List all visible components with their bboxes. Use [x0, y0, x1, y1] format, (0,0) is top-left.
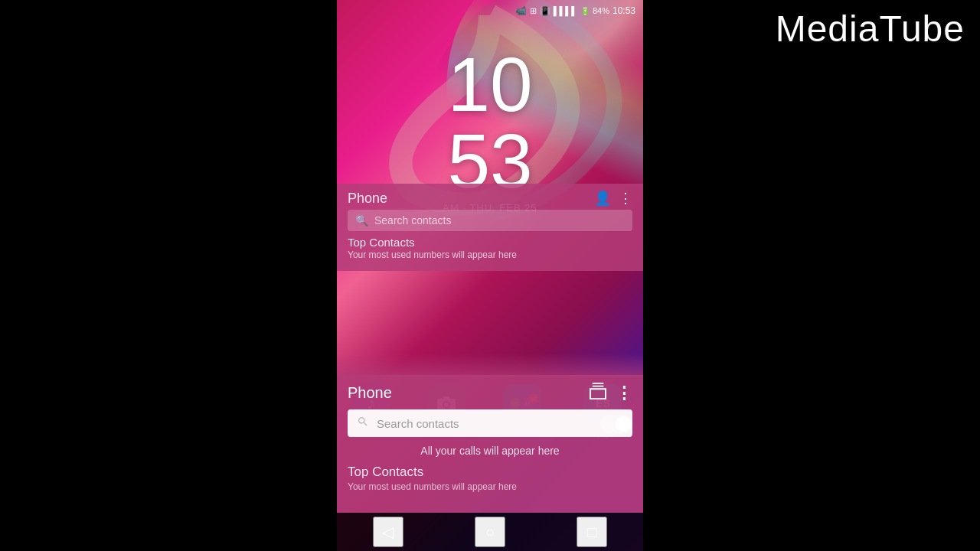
signal-icon: ▌▌▌▌ — [554, 6, 577, 15]
battery-percent: 84% — [593, 6, 609, 15]
upper-search-bar[interactable]: 🔍 Search contacts — [348, 210, 632, 231]
nav-bar: ◁ ○ □ — [337, 513, 643, 551]
main-panel-title: Phone — [348, 384, 392, 402]
clock-hour: 10 — [447, 46, 532, 122]
blur-transition — [337, 354, 643, 377]
main-search-bar[interactable]: Search contacts — [348, 409, 632, 437]
more-menu-icon[interactable]: ⋮ — [616, 383, 632, 403]
upper-top-contacts-hint: Your most used numbers will appear here — [348, 249, 517, 262]
main-phone-panel: Phone ⋮ Search contacts All your calls w… — [337, 375, 643, 513]
status-bar: 📹 ⊞ 📳 ▌▌▌▌ 🔋 84% 10:53 — [337, 0, 643, 21]
upper-panel-title: Phone — [348, 191, 387, 207]
phone-frame: 📹 ⊞ 📳 ▌▌▌▌ 🔋 84% 10:53 10 53 AM · THU, F… — [337, 0, 643, 551]
battery-icon: 🔋 — [580, 7, 590, 15]
search-icon — [357, 416, 369, 431]
upper-top-contacts-title: Top Contacts — [348, 236, 517, 249]
recents-icon: □ — [587, 523, 596, 541]
calls-placeholder: All your calls will appear here — [337, 442, 643, 460]
back-button[interactable]: ◁ — [373, 517, 403, 547]
camera-icon: 📹 — [515, 5, 527, 16]
upper-phone-panel: Phone 👤 ⋮ 🔍 Search contacts Top Contacts… — [337, 184, 643, 271]
upper-search-icon: 🔍 — [355, 214, 368, 227]
home-button[interactable]: ○ — [475, 517, 505, 547]
top-contacts-title: Top Contacts — [348, 465, 632, 480]
upper-search-text: Search contacts — [374, 214, 451, 227]
watermark: MediaTube — [776, 8, 965, 50]
top-contacts-hint: Your most used numbers will appear here — [348, 481, 632, 492]
upper-contacts-icon[interactable]: 👤 — [594, 190, 611, 207]
vibrate-icon: 📳 — [540, 6, 550, 16]
search-bar-text: Search contacts — [377, 417, 459, 430]
contacts-icon[interactable] — [590, 383, 606, 403]
upper-menu-icon[interactable]: ⋮ — [619, 190, 632, 207]
back-icon: ◁ — [382, 523, 394, 541]
time-display: 10:53 — [612, 5, 635, 16]
cast-icon: ⊞ — [530, 6, 537, 16]
home-icon: ○ — [485, 523, 495, 541]
top-contacts-section: Top Contacts Your most used numbers will… — [337, 460, 643, 495]
recents-button[interactable]: □ — [577, 517, 607, 547]
main-panel-header: Phone ⋮ — [337, 375, 643, 408]
